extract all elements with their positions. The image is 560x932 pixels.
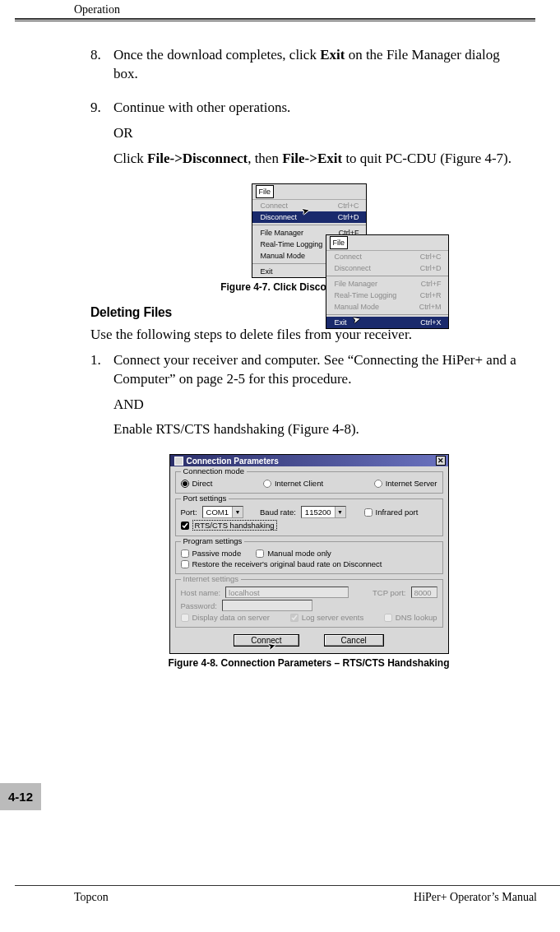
section-heading: Deleting Files — [90, 304, 493, 321]
port-combo[interactable]: COM1▼ — [202, 506, 243, 518]
connection-mode-group: Connection mode Direct Internet Client I… — [175, 471, 443, 494]
internet-settings-group: Internet settings Host name: localhost T… — [175, 579, 443, 628]
dialog-title: Connection Parameters — [187, 457, 279, 466]
check-display-data: Display data on server — [181, 613, 271, 622]
tcp-port-field: 8000 — [411, 587, 437, 598]
close-icon[interactable]: ✕ — [436, 456, 446, 466]
group-legend: Connection mode — [181, 466, 247, 475]
group-legend: Internet settings — [181, 574, 242, 583]
body-text: Once the download completes, click Exit … — [113, 46, 527, 84]
menubar-file[interactable]: File — [256, 185, 275, 198]
check-infrared[interactable]: Infrared port — [364, 508, 419, 517]
list-number: 9. — [90, 100, 113, 116]
body-text: Enable RTS/CTS handshaking (Figure 4-8). — [113, 420, 527, 439]
baud-combo[interactable]: 115200▼ — [301, 506, 346, 518]
menu-disconnect[interactable]: DisconnectCtrl+D — [252, 211, 366, 223]
check-passive[interactable]: Passive mode — [181, 549, 242, 558]
check-log-events: Log server events — [290, 613, 364, 622]
radio-direct[interactable]: Direct — [181, 479, 213, 488]
check-dns-lookup: DNS lookup — [384, 613, 437, 622]
bold: Exit — [320, 47, 345, 63]
connect-button[interactable]: Connect — [234, 634, 299, 647]
host-field: localhost — [225, 587, 349, 598]
chevron-down-icon[interactable]: ▼ — [335, 507, 345, 517]
menu-connect: ConnectCtrl+C — [326, 251, 448, 262]
check-restore-baud[interactable]: Restore the receiver's original baud rat… — [181, 559, 382, 568]
titlebar: Connection Parameters ✕ — [170, 455, 448, 466]
connection-parameters-dialog: Connection Parameters ✕ Connection mode … — [169, 454, 449, 654]
text: to quit PC-CDU (Figure 4-7). — [342, 151, 511, 166]
body-text: OR — [113, 124, 527, 143]
cancel-button[interactable]: Cancel — [324, 634, 384, 647]
step-1: 1. Connect your receiver and computer. S… — [90, 351, 527, 447]
step-9: 9. Continue with other operations. OR Cl… — [90, 99, 527, 175]
body-text: Connect your receiver and computer. See … — [113, 351, 527, 389]
figure-4-8-caption: Figure 4-8. Connection Parameters – RTS/… — [90, 657, 527, 669]
radio-internet-server[interactable]: Internet Server — [374, 479, 437, 488]
bold: File->Exit — [282, 151, 342, 166]
menubar-file[interactable]: File — [330, 236, 349, 249]
group-legend: Program settings — [181, 536, 245, 545]
bold: File->Disconnect — [147, 151, 248, 166]
group-legend: Port settings — [181, 494, 229, 503]
body-text: Click File->Disconnect, then File->Exit … — [113, 150, 527, 169]
list-number: 1. — [90, 352, 113, 369]
text: Once the download completes, click — [113, 47, 320, 63]
list-number: 8. — [90, 47, 113, 63]
port-settings-group: Port settings Port: COM1▼ Baud rate: 115… — [175, 498, 443, 536]
check-rts-cts[interactable]: RTS/CTS handshaking — [181, 520, 277, 531]
figure-4-8: Connection Parameters ✕ Connection mode … — [90, 454, 527, 654]
menu-rt-logging: Real-Time LoggingCtrl+R — [326, 290, 448, 301]
footer-right: HiPer+ Operator’s Manual — [414, 891, 537, 904]
password-field — [222, 600, 312, 611]
running-head: Operation — [0, 0, 535, 18]
figure-4-7-caption: Figure 4-7. Click Disconnect then Exit — [90, 281, 527, 293]
text: , then — [248, 151, 282, 166]
page-number: 4-12 — [0, 783, 41, 810]
label-host: Host name: — [181, 588, 221, 597]
text: Click — [113, 151, 147, 166]
body-text: AND — [113, 396, 527, 415]
label-tcp: TCP port: — [373, 588, 405, 597]
step-8: 8. Once the download completes, click Ex… — [90, 46, 527, 90]
label-password: Password: — [181, 601, 217, 610]
divider — [15, 885, 560, 886]
menu-disconnect: DisconnectCtrl+D — [326, 262, 448, 274]
chevron-down-icon[interactable]: ▼ — [232, 507, 243, 517]
program-settings-group: Program settings Passive mode Manual mod… — [175, 541, 443, 574]
menu-connect: ConnectCtrl+C — [252, 200, 366, 211]
menu-file-manager: File ManagerCtrl+F — [326, 278, 448, 290]
body-text: Continue with other operations. — [113, 99, 527, 118]
label-baud: Baud rate: — [260, 508, 296, 517]
footer-left: Topcon — [74, 891, 109, 904]
divider — [15, 18, 535, 21]
label-port: Port: — [181, 508, 197, 517]
app-icon — [174, 457, 183, 466]
figure-4-7: File ConnectCtrl+C DisconnectCtrl+D File… — [90, 183, 527, 278]
check-manual-only[interactable]: Manual mode only — [256, 549, 331, 558]
body-text: Use the following steps to delete files … — [90, 326, 527, 345]
radio-internet-client[interactable]: Internet Client — [263, 479, 323, 488]
